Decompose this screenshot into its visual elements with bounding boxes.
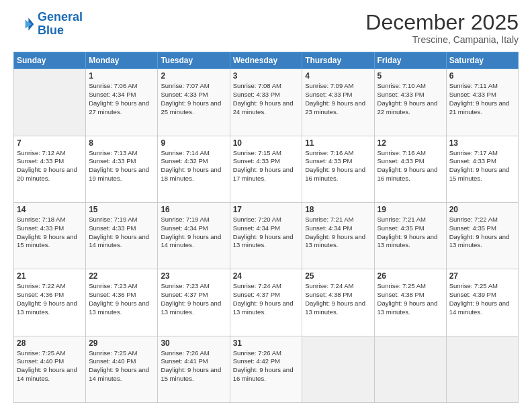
day-number: 19 xyxy=(378,205,443,214)
day-cell: 14Sunrise: 7:18 AMSunset: 4:33 PMDayligh… xyxy=(14,202,86,269)
day-number: 26 xyxy=(378,271,443,281)
day-info: Sunrise: 7:25 AMSunset: 4:40 PMDaylight:… xyxy=(17,349,83,383)
day-info: Sunrise: 7:23 AMSunset: 4:36 PMDaylight:… xyxy=(89,282,154,316)
day-number: 28 xyxy=(17,338,83,348)
week-row-2: 7Sunrise: 7:12 AMSunset: 4:33 PMDaylight… xyxy=(14,136,519,202)
day-number: 11 xyxy=(305,138,371,148)
day-info: Sunrise: 7:11 AMSunset: 4:33 PMDaylight:… xyxy=(449,82,515,116)
day-cell xyxy=(302,336,374,402)
day-info: Sunrise: 7:22 AMSunset: 4:35 PMDaylight:… xyxy=(449,216,515,250)
weekday-saturday: Saturday xyxy=(446,52,518,69)
day-cell: 5Sunrise: 7:10 AMSunset: 4:33 PMDaylight… xyxy=(374,69,446,136)
day-info: Sunrise: 7:26 AMSunset: 4:41 PMDaylight:… xyxy=(161,349,226,383)
day-cell: 22Sunrise: 7:23 AMSunset: 4:36 PMDayligh… xyxy=(86,269,158,336)
day-cell: 27Sunrise: 7:25 AMSunset: 4:39 PMDayligh… xyxy=(446,269,518,336)
logo: General Blue xyxy=(13,11,83,38)
day-info: Sunrise: 7:21 AMSunset: 4:35 PMDaylight:… xyxy=(378,216,443,250)
day-info: Sunrise: 7:07 AMSunset: 4:33 PMDaylight:… xyxy=(161,82,226,116)
day-cell: 18Sunrise: 7:21 AMSunset: 4:34 PMDayligh… xyxy=(302,202,374,269)
day-cell: 6Sunrise: 7:11 AMSunset: 4:33 PMDaylight… xyxy=(446,69,518,136)
day-number: 18 xyxy=(305,205,371,214)
day-number: 20 xyxy=(449,205,515,214)
weekday-sunday: Sunday xyxy=(14,52,86,69)
day-cell: 1Sunrise: 7:06 AMSunset: 4:34 PMDaylight… xyxy=(86,69,158,136)
day-cell: 30Sunrise: 7:26 AMSunset: 4:41 PMDayligh… xyxy=(158,336,230,402)
day-cell xyxy=(446,336,518,402)
day-cell: 3Sunrise: 7:08 AMSunset: 4:33 PMDaylight… xyxy=(230,69,302,136)
weekday-monday: Monday xyxy=(86,52,158,69)
day-cell: 7Sunrise: 7:12 AMSunset: 4:33 PMDaylight… xyxy=(14,136,86,202)
day-number: 10 xyxy=(233,138,300,148)
day-cell xyxy=(374,336,446,402)
day-info: Sunrise: 7:15 AMSunset: 4:33 PMDaylight:… xyxy=(233,149,300,183)
day-info: Sunrise: 7:12 AMSunset: 4:33 PMDaylight:… xyxy=(17,149,83,183)
day-cell: 20Sunrise: 7:22 AMSunset: 4:35 PMDayligh… xyxy=(446,202,518,269)
day-number: 8 xyxy=(89,138,154,148)
weekday-header-row: SundayMondayTuesdayWednesdayThursdayFrid… xyxy=(14,52,519,69)
day-cell: 9Sunrise: 7:14 AMSunset: 4:32 PMDaylight… xyxy=(158,136,230,202)
day-cell: 26Sunrise: 7:25 AMSunset: 4:38 PMDayligh… xyxy=(374,269,446,336)
day-cell: 28Sunrise: 7:25 AMSunset: 4:40 PMDayligh… xyxy=(14,336,86,402)
day-info: Sunrise: 7:19 AMSunset: 4:33 PMDaylight:… xyxy=(89,216,154,250)
day-number: 15 xyxy=(89,205,154,214)
day-number: 29 xyxy=(89,338,154,348)
day-cell: 21Sunrise: 7:22 AMSunset: 4:36 PMDayligh… xyxy=(14,269,86,336)
day-cell: 16Sunrise: 7:19 AMSunset: 4:34 PMDayligh… xyxy=(158,202,230,269)
day-number: 14 xyxy=(17,205,83,214)
day-info: Sunrise: 7:26 AMSunset: 4:42 PMDaylight:… xyxy=(233,349,300,383)
day-info: Sunrise: 7:08 AMSunset: 4:33 PMDaylight:… xyxy=(233,82,300,116)
day-info: Sunrise: 7:25 AMSunset: 4:39 PMDaylight:… xyxy=(449,282,515,316)
page: General Blue December 2025 Trescine, Cam… xyxy=(0,0,532,411)
day-cell: 24Sunrise: 7:24 AMSunset: 4:37 PMDayligh… xyxy=(230,269,302,336)
day-number: 4 xyxy=(305,71,371,81)
day-info: Sunrise: 7:13 AMSunset: 4:33 PMDaylight:… xyxy=(89,149,154,183)
week-row-3: 14Sunrise: 7:18 AMSunset: 4:33 PMDayligh… xyxy=(14,202,519,269)
month-title: December 2025 xyxy=(365,11,519,34)
day-cell: 4Sunrise: 7:09 AMSunset: 4:33 PMDaylight… xyxy=(302,69,374,136)
day-number: 9 xyxy=(161,138,226,148)
day-cell: 25Sunrise: 7:24 AMSunset: 4:38 PMDayligh… xyxy=(302,269,374,336)
day-cell: 13Sunrise: 7:17 AMSunset: 4:33 PMDayligh… xyxy=(446,136,518,202)
day-number: 17 xyxy=(233,205,300,214)
day-number: 2 xyxy=(161,71,226,81)
day-cell: 29Sunrise: 7:25 AMSunset: 4:40 PMDayligh… xyxy=(86,336,158,402)
weekday-tuesday: Tuesday xyxy=(158,52,230,69)
weekday-thursday: Thursday xyxy=(302,52,374,69)
day-info: Sunrise: 7:24 AMSunset: 4:37 PMDaylight:… xyxy=(233,282,300,316)
logo-icon xyxy=(13,13,35,35)
day-info: Sunrise: 7:16 AMSunset: 4:33 PMDaylight:… xyxy=(305,149,371,183)
week-row-1: 1Sunrise: 7:06 AMSunset: 4:34 PMDaylight… xyxy=(14,69,519,136)
logo-blue: Blue xyxy=(38,24,64,37)
calendar-table: SundayMondayTuesdayWednesdayThursdayFrid… xyxy=(13,52,519,403)
day-number: 23 xyxy=(161,271,226,281)
day-cell: 12Sunrise: 7:16 AMSunset: 4:33 PMDayligh… xyxy=(374,136,446,202)
day-number: 13 xyxy=(449,138,515,148)
day-info: Sunrise: 7:22 AMSunset: 4:36 PMDaylight:… xyxy=(17,282,83,316)
day-number: 30 xyxy=(161,338,226,348)
week-row-5: 28Sunrise: 7:25 AMSunset: 4:40 PMDayligh… xyxy=(14,336,519,402)
day-number: 25 xyxy=(305,271,371,281)
day-number: 5 xyxy=(378,71,443,81)
day-cell: 31Sunrise: 7:26 AMSunset: 4:42 PMDayligh… xyxy=(230,336,302,402)
day-info: Sunrise: 7:18 AMSunset: 4:33 PMDaylight:… xyxy=(17,216,83,250)
day-number: 27 xyxy=(449,271,515,281)
day-cell: 11Sunrise: 7:16 AMSunset: 4:33 PMDayligh… xyxy=(302,136,374,202)
day-info: Sunrise: 7:14 AMSunset: 4:32 PMDaylight:… xyxy=(161,149,226,183)
day-info: Sunrise: 7:16 AMSunset: 4:33 PMDaylight:… xyxy=(378,149,443,183)
day-cell: 15Sunrise: 7:19 AMSunset: 4:33 PMDayligh… xyxy=(86,202,158,269)
day-info: Sunrise: 7:06 AMSunset: 4:34 PMDaylight:… xyxy=(89,82,154,116)
weekday-wednesday: Wednesday xyxy=(230,52,302,69)
day-number: 24 xyxy=(233,271,300,281)
day-info: Sunrise: 7:09 AMSunset: 4:33 PMDaylight:… xyxy=(305,82,371,116)
day-info: Sunrise: 7:10 AMSunset: 4:33 PMDaylight:… xyxy=(378,82,443,116)
day-number: 12 xyxy=(378,138,443,148)
header: General Blue December 2025 Trescine, Cam… xyxy=(13,11,519,45)
location: Trescine, Campania, Italy xyxy=(365,34,519,45)
weekday-friday: Friday xyxy=(374,52,446,69)
day-info: Sunrise: 7:21 AMSunset: 4:34 PMDaylight:… xyxy=(305,216,371,250)
day-cell: 2Sunrise: 7:07 AMSunset: 4:33 PMDaylight… xyxy=(158,69,230,136)
day-cell: 17Sunrise: 7:20 AMSunset: 4:34 PMDayligh… xyxy=(230,202,302,269)
day-info: Sunrise: 7:23 AMSunset: 4:37 PMDaylight:… xyxy=(161,282,226,316)
day-number: 21 xyxy=(17,271,83,281)
day-number: 1 xyxy=(89,71,154,81)
